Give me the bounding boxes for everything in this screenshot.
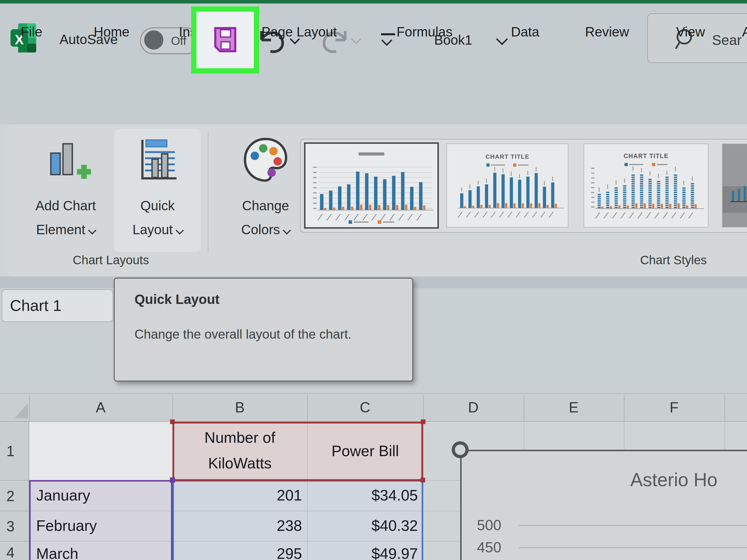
- chart-title-text[interactable]: Asterio Ho: [630, 469, 718, 490]
- ribbon-panel: Add Chart Element Quick Layout: [6, 124, 747, 276]
- column-header-e[interactable]: E: [569, 399, 578, 416]
- selection-handle[interactable]: [170, 420, 175, 424]
- quick-layout-label: Quick Layout: [114, 194, 201, 241]
- quick-layout-tooltip: Quick Layout Change the overall layout o…: [114, 278, 413, 381]
- selection-handle[interactable]: [170, 477, 175, 483]
- tab-page-layout[interactable]: Page Layout: [261, 24, 337, 40]
- tooltip-title: Quick Layout: [134, 291, 220, 307]
- excel-window: X AutoSave Off: [0, 0, 747, 560]
- tab-view[interactable]: View: [676, 24, 705, 40]
- chart-axis-tick-450: 450: [467, 539, 501, 556]
- svg-text:CHART TITLE: CHART TITLE: [624, 153, 669, 159]
- tab-home[interactable]: Home: [94, 24, 130, 40]
- add-chart-element-label: Add Chart Element: [18, 194, 114, 241]
- group-label-chart-styles: Chart Styles: [603, 253, 744, 267]
- row-header-3[interactable]: 3: [0, 518, 21, 535]
- column-header-d[interactable]: D: [468, 399, 479, 416]
- chart-gridline-500: [519, 525, 747, 526]
- quick-layout-icon: [136, 135, 180, 184]
- window-top-accent: [0, 0, 747, 3]
- tab-data[interactable]: Data: [511, 24, 539, 40]
- cell-b1-text-line2: KiloWatts: [173, 454, 307, 472]
- add-chart-element-icon: [45, 135, 92, 185]
- chart-gridline-450: [519, 547, 747, 548]
- cell-c3-text: $40.32: [330, 517, 418, 534]
- chart-style-1-selected[interactable]: [304, 142, 439, 229]
- change-colors-label: Change Colors: [219, 194, 312, 241]
- quick-layout-button[interactable]: Quick Layout: [114, 129, 201, 253]
- cell-b3-text: 238: [214, 517, 302, 534]
- column-header-b[interactable]: B: [235, 399, 244, 416]
- cell-c1-text: Power Bill: [307, 442, 423, 460]
- chevron-down-icon: [88, 226, 96, 235]
- tab-review[interactable]: Review: [585, 24, 629, 40]
- tab-partial[interactable]: A: [742, 24, 747, 40]
- ribbon-group-divider: [208, 132, 208, 252]
- tab-formulas[interactable]: Formulas: [396, 24, 453, 40]
- row-header-1[interactable]: 1: [0, 443, 21, 460]
- chart-resize-handle[interactable]: [452, 441, 469, 458]
- cell-a1[interactable]: [29, 422, 173, 480]
- chevron-down-icon: [283, 226, 291, 235]
- ribbon-tab-row: [0, 75, 747, 124]
- cell-a4-text: March: [36, 545, 78, 560]
- cell-a2-text: January: [36, 486, 90, 504]
- chart-style-2[interactable]: CHART TITLE: [446, 143, 568, 228]
- chart-axis-tick-500: 500: [467, 517, 501, 534]
- column-header-a[interactable]: A: [96, 399, 105, 416]
- add-chart-element-button[interactable]: Add Chart Element: [18, 129, 114, 253]
- search-placeholder-text: Sear: [712, 32, 742, 48]
- column-header-row: [0, 393, 747, 422]
- cell-b4-text: 295: [214, 545, 302, 560]
- cell-a3-text: February: [36, 517, 97, 534]
- tab-file[interactable]: File: [21, 24, 42, 40]
- chart-style-3[interactable]: CHART TITLE: [584, 143, 709, 228]
- workbook-title-chevron[interactable]: [498, 35, 506, 45]
- cell-c2-text: $34.05: [330, 486, 418, 504]
- change-colors-palette-icon: [242, 135, 289, 184]
- select-all-corner[interactable]: [15, 403, 28, 418]
- row-header-2[interactable]: 2: [0, 488, 21, 505]
- autosave-toggle-knob[interactable]: [144, 30, 163, 50]
- chart-style-4-partial[interactable]: [722, 143, 747, 228]
- column-header-f[interactable]: F: [670, 399, 679, 416]
- cell-c4-text: $49.97: [330, 545, 418, 560]
- row-header-4[interactable]: 4: [0, 544, 21, 560]
- selection-handle[interactable]: [421, 420, 426, 424]
- change-colors-button[interactable]: Change Colors: [219, 129, 312, 253]
- tooltip-body: Change the overall layout of the chart.: [134, 322, 356, 347]
- group-label-chart-layouts: Chart Layouts: [41, 253, 181, 267]
- column-header-c[interactable]: C: [360, 399, 370, 416]
- redo-dropdown-chevron[interactable]: [353, 35, 362, 46]
- customize-quick-access-icon[interactable]: [381, 33, 396, 51]
- name-box[interactable]: Chart 1: [2, 289, 113, 322]
- chevron-down-icon: [176, 226, 184, 235]
- selection-handle[interactable]: [420, 478, 425, 482]
- svg-text:CHART TITLE: CHART TITLE: [486, 153, 529, 160]
- cell-b1-text-line1: Number of: [173, 429, 307, 446]
- cell-b2-text: 201: [214, 486, 302, 504]
- save-icon[interactable]: [212, 26, 238, 54]
- embedded-chart[interactable]: [460, 450, 747, 560]
